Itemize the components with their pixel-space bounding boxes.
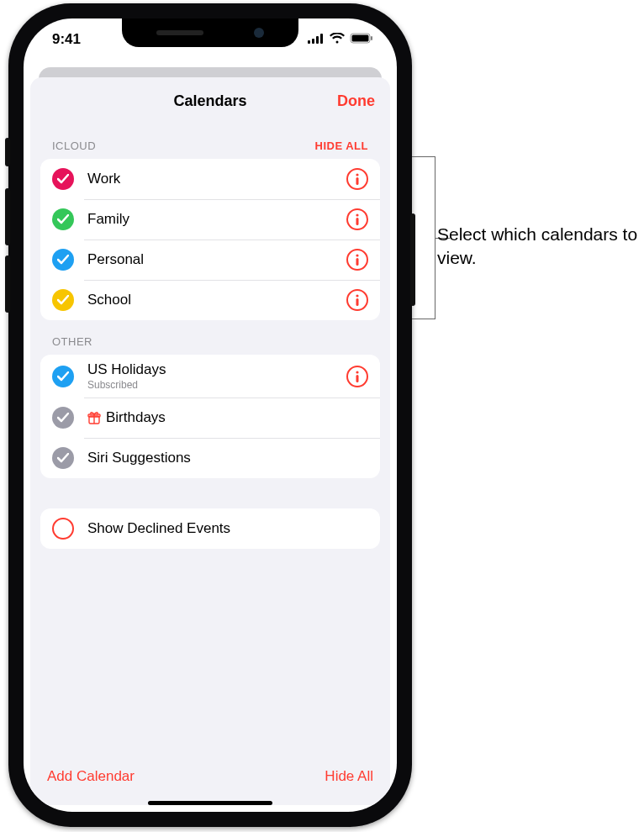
volume-up-button: [5, 188, 10, 245]
hide-all-button[interactable]: Hide All: [325, 768, 373, 785]
callout-text: Select which calendars to view.: [437, 223, 644, 271]
content-area: ICLOUD HIDE ALL Work Family: [30, 124, 390, 805]
svg-rect-14: [356, 298, 359, 306]
info-button[interactable]: [346, 249, 368, 271]
status-right: [308, 31, 373, 48]
calendar-row-siri-suggestions[interactable]: Siri Suggestions: [40, 438, 380, 478]
page-title: Calendars: [173, 92, 246, 110]
iphone-frame: 9:41 Calendars Done ICLOUD HIDE ALL: [8, 3, 412, 827]
checkmark-icon: [52, 208, 74, 230]
checkmark-icon: [52, 366, 74, 387]
nav-bar: Calendars Done: [30, 77, 390, 124]
calendar-sublabel: Subscribed: [87, 379, 346, 391]
checkmark-icon: [52, 168, 74, 190]
info-button[interactable]: [346, 366, 368, 387]
svg-point-13: [356, 294, 358, 297]
svg-point-15: [356, 371, 358, 373]
gift-icon: [87, 411, 101, 424]
add-calendar-button[interactable]: Add Calendar: [47, 768, 135, 785]
declined-group: Show Declined Events: [40, 508, 380, 549]
calendar-row-birthdays[interactable]: Birthdays: [40, 398, 380, 438]
checkmark-icon: [52, 249, 74, 271]
calendar-label: Work: [87, 171, 346, 187]
volume-down-button: [5, 255, 10, 313]
row-label: Show Declined Events: [87, 520, 368, 537]
hide-all-icloud-button[interactable]: HIDE ALL: [315, 140, 368, 152]
callout-bracket: [412, 156, 435, 319]
calendar-row-work[interactable]: Work: [40, 159, 380, 199]
svg-rect-8: [356, 177, 359, 185]
svg-point-7: [356, 173, 358, 176]
section-title-icloud: ICLOUD: [52, 140, 96, 152]
info-button[interactable]: [346, 208, 368, 230]
svg-point-11: [356, 254, 358, 256]
calendars-sheet: Calendars Done ICLOUD HIDE ALL Work: [30, 77, 390, 805]
bottom-toolbar: Add Calendar Hide All: [30, 756, 390, 797]
cellular-icon: [308, 31, 325, 48]
calendar-row-school[interactable]: School: [40, 280, 380, 320]
svg-rect-3: [320, 34, 323, 44]
unchecked-circle-icon: [52, 518, 74, 540]
svg-point-9: [356, 213, 358, 216]
calendar-row-personal[interactable]: Personal: [40, 240, 380, 280]
svg-rect-2: [316, 36, 319, 44]
silence-switch: [5, 138, 10, 166]
notch: [122, 18, 298, 47]
checkmark-icon: [52, 407, 74, 429]
calendar-label: US Holidays: [87, 361, 346, 378]
svg-rect-6: [371, 36, 372, 40]
checkmark-icon: [52, 447, 74, 469]
calendar-label: Family: [87, 211, 346, 228]
svg-rect-0: [308, 40, 310, 44]
section-title-other: OTHER: [52, 335, 92, 348]
screen: 9:41 Calendars Done ICLOUD HIDE ALL: [24, 18, 397, 812]
icloud-group: Work Family Personal: [40, 159, 380, 320]
section-header-icloud: ICLOUD HIDE ALL: [40, 124, 380, 159]
calendar-label: Siri Suggestions: [87, 450, 368, 466]
calendar-label: Personal: [87, 251, 346, 268]
checkmark-icon: [52, 289, 74, 311]
speaker-grille: [156, 30, 203, 35]
svg-rect-1: [312, 39, 314, 44]
battery-icon: [350, 31, 373, 48]
home-indicator[interactable]: [148, 801, 272, 805]
section-header-other: OTHER: [40, 320, 380, 355]
svg-rect-10: [356, 218, 359, 225]
svg-rect-12: [356, 258, 359, 266]
svg-rect-16: [356, 375, 359, 382]
calendar-label: Birthdays: [87, 409, 368, 426]
info-button[interactable]: [346, 289, 368, 311]
wifi-icon: [330, 31, 345, 48]
done-button[interactable]: Done: [337, 92, 375, 110]
info-button[interactable]: [346, 168, 368, 190]
front-camera: [254, 28, 264, 38]
calendar-label: School: [87, 292, 346, 308]
calendar-row-family[interactable]: Family: [40, 199, 380, 240]
calendar-row-us-holidays[interactable]: US Holidays Subscribed: [40, 355, 380, 398]
svg-rect-5: [352, 35, 369, 42]
other-group: US Holidays Subscribed Birthdays: [40, 355, 380, 478]
status-time: 9:41: [52, 31, 81, 48]
show-declined-row[interactable]: Show Declined Events: [40, 508, 380, 549]
